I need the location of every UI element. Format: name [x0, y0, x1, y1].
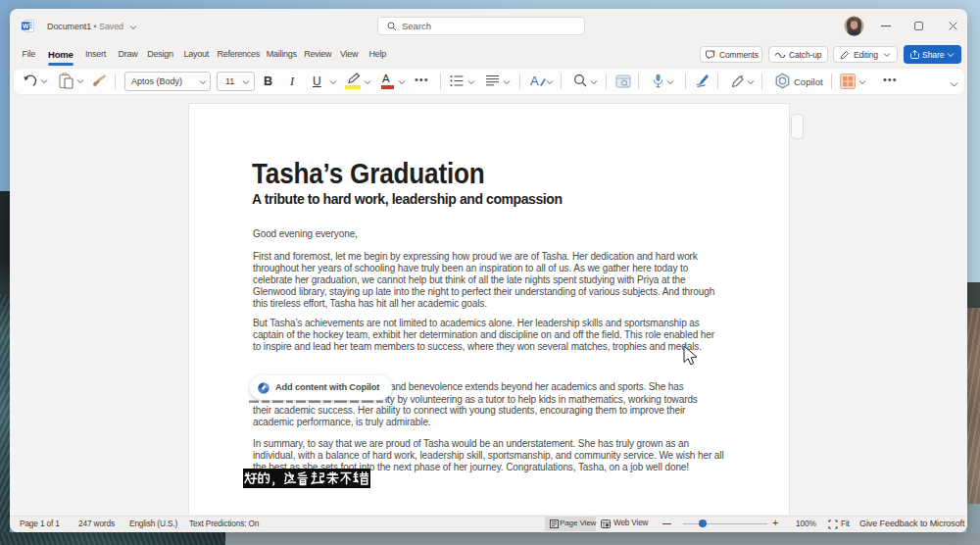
svg-text:A: A [530, 74, 539, 88]
svg-text:W: W [23, 23, 29, 29]
